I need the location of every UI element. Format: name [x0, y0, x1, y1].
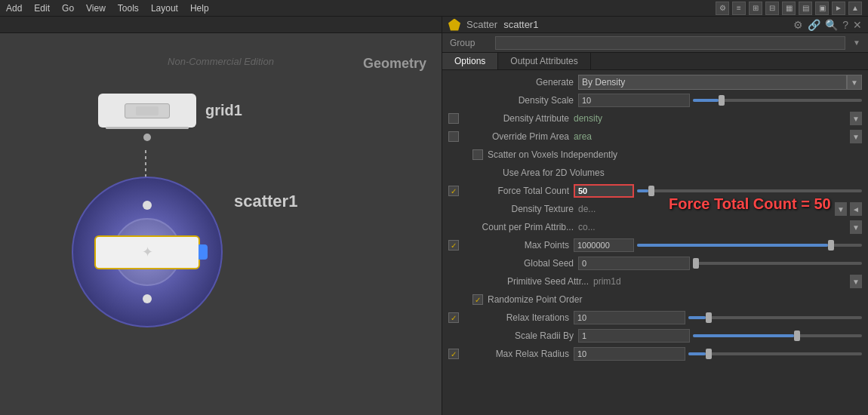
menu-edit[interactable]: Edit: [34, 3, 50, 14]
force-total-input[interactable]: [574, 184, 634, 198]
left-panel-header: [0, 17, 442, 33]
scatter-bottom-dot: [143, 294, 152, 303]
menu-layout[interactable]: Layout: [151, 3, 178, 14]
max-relax-radius-label: Max Relax Radius: [463, 349, 569, 359]
right-panel-header: Scatter scatter1 ⚙ 🔗 🔍 ? ✕: [442, 17, 868, 33]
menu-add[interactable]: Add: [6, 3, 22, 14]
count-per-prim-value: co...: [578, 222, 847, 232]
prop-relax-iterations: Relax Iterations: [442, 309, 868, 327]
max-points-slider[interactable]: [637, 244, 862, 247]
max-points-checkbox[interactable]: [448, 240, 459, 251]
prop-max-relax-radius: Max Relax Radius: [442, 345, 868, 363]
menu-icon-7[interactable]: ▣: [815, 2, 829, 15]
override-prim-checkbox[interactable]: [448, 131, 459, 142]
node-grid1-box[interactable]: [98, 94, 196, 128]
scatter-circle-container: ✦: [72, 177, 223, 327]
max-points-value-area: [574, 238, 862, 252]
menu-icon-8[interactable]: ►: [832, 2, 845, 15]
group-dropdown-arrow[interactable]: ▼: [853, 38, 860, 47]
settings-icon[interactable]: ⚙: [793, 19, 803, 31]
menu-bar: Add Edit Go View Tools Layout Help ⚙ ≡ ⊞…: [0, 0, 868, 17]
node-grid1-label: grid1: [205, 102, 242, 119]
scatter-voxels-label: Scatter on Voxels Independently: [488, 149, 617, 160]
menu-help[interactable]: Help: [190, 3, 209, 14]
max-points-label: Max Points: [463, 240, 569, 251]
menu-tools[interactable]: Tools: [118, 3, 139, 14]
relax-iterations-checkbox[interactable]: [448, 312, 459, 323]
global-seed-input[interactable]: [578, 257, 690, 270]
max-points-input[interactable]: [574, 238, 634, 252]
menu-icon-5[interactable]: ▦: [782, 2, 796, 15]
node-grid1[interactable]: grid1: [98, 94, 242, 128]
prop-primitive-seed: Primitive Seed Attr... prim1d ▼: [442, 272, 868, 290]
global-seed-label: Global Seed: [468, 258, 574, 269]
scale-radii-input[interactable]: [578, 329, 690, 343]
node-graph: Non-Commercial Edition Geometry grid1: [0, 33, 442, 415]
relax-iterations-input[interactable]: [574, 311, 685, 324]
tab-options[interactable]: Options: [442, 53, 498, 69]
group-row: Group ▼: [442, 33, 868, 53]
scatter1-label: scatter1: [234, 192, 297, 211]
override-prim-dropdown-arrow[interactable]: ▼: [850, 130, 862, 143]
link-icon[interactable]: 🔗: [808, 19, 820, 31]
prop-density-attr: Density Attribute density ▼: [442, 109, 868, 128]
scatter-voxels-checkbox[interactable]: [472, 149, 483, 160]
density-texture-extra-arrow[interactable]: ◄: [850, 202, 862, 216]
max-relax-radius-checkbox[interactable]: [448, 349, 459, 359]
density-scale-value-area: [578, 94, 862, 107]
scatter-outer-circle[interactable]: ✦: [72, 177, 223, 327]
node-type-label: Scatter: [466, 19, 497, 30]
density-attr-checkbox[interactable]: [448, 113, 459, 124]
left-panel: Non-Commercial Edition Geometry grid1: [0, 17, 442, 415]
node-name-label: scatter1: [503, 19, 538, 30]
relax-iterations-slider[interactable]: [688, 316, 862, 319]
group-label: Group: [450, 38, 488, 48]
right-panel: Scatter scatter1 ⚙ 🔗 🔍 ? ✕ Group ▼ Optio…: [442, 17, 868, 415]
header-icons: ⚙ 🔗 🔍 ? ✕: [793, 19, 862, 31]
primitive-seed-dropdown-arrow[interactable]: ▼: [850, 275, 862, 288]
close-icon[interactable]: ✕: [853, 19, 862, 31]
density-attr-label: Density Attribute: [463, 113, 569, 124]
max-relax-radius-input[interactable]: [574, 347, 685, 361]
search-icon[interactable]: 🔍: [825, 19, 838, 31]
generate-dropdown-arrow[interactable]: ▼: [847, 75, 862, 90]
menu-icon-1[interactable]: ⚙: [716, 2, 729, 15]
tabs-row: Options Output Attributes: [442, 53, 868, 70]
group-input[interactable]: [495, 36, 845, 50]
node-grid1-dot: [143, 134, 151, 141]
menu-icon-3[interactable]: ⊞: [749, 2, 762, 15]
randomize-checkbox[interactable]: ✓: [472, 294, 483, 305]
max-relax-radius-value-area: [574, 347, 862, 361]
help-icon[interactable]: ?: [842, 19, 848, 31]
scatter-node-box[interactable]: ✦: [94, 235, 200, 269]
prop-global-seed: Global Seed: [442, 254, 868, 272]
generate-label: Generate: [468, 77, 574, 88]
density-scale-slider[interactable]: [693, 99, 862, 102]
density-scale-input[interactable]: [578, 94, 690, 107]
scatter-top-dot: [143, 201, 152, 210]
force-total-slider[interactable]: [637, 189, 862, 192]
generate-dropdown[interactable]: ▼: [578, 75, 862, 90]
generate-select[interactable]: [578, 75, 847, 90]
menu-icon-9[interactable]: ▲: [848, 2, 862, 15]
tab-output-attributes[interactable]: Output Attributes: [498, 53, 590, 69]
use-area-label: Use Area for 2D Volumes: [503, 168, 605, 178]
density-texture-label: Density Texture: [468, 204, 574, 214]
global-seed-value-area: [578, 257, 862, 270]
scale-radii-slider[interactable]: [693, 334, 862, 337]
density-texture-dropdown-arrow[interactable]: ▼: [835, 202, 847, 216]
scale-radii-label: Scale Radii By: [468, 330, 574, 341]
count-per-prim-dropdown-arrow[interactable]: ▼: [850, 220, 862, 234]
force-total-checkbox[interactable]: [448, 186, 459, 196]
menu-go[interactable]: Go: [62, 3, 74, 14]
menu-view[interactable]: View: [86, 3, 106, 14]
global-seed-slider[interactable]: [693, 262, 862, 265]
prop-use-area: Use Area for 2D Volumes: [442, 164, 868, 182]
density-attr-dropdown-arrow[interactable]: ▼: [850, 112, 862, 125]
max-relax-radius-slider[interactable]: [688, 352, 862, 355]
scatter-icon: ✦: [142, 244, 153, 260]
prop-randomize: ✓ Randomize Point Order: [442, 290, 868, 309]
menu-icon-6[interactable]: ▤: [799, 2, 812, 15]
menu-icon-4[interactable]: ⊟: [765, 2, 779, 15]
menu-icon-2[interactable]: ≡: [732, 2, 746, 15]
